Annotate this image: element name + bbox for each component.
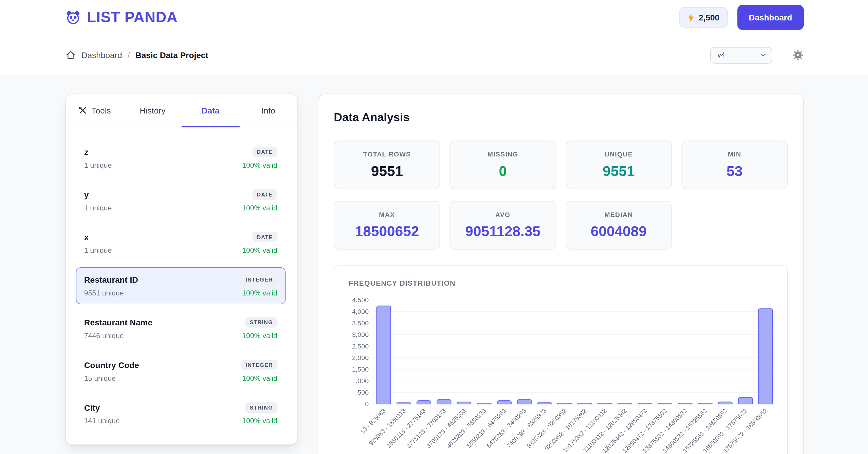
main: ToolsHistoryDataInfo zDATE1 unique100% v… <box>0 75 868 454</box>
bar <box>558 403 571 404</box>
field-item[interactable]: zDATE1 unique100% valid <box>76 139 286 176</box>
stat-card: TOTAL ROWS9551 <box>334 140 440 189</box>
bar <box>658 403 672 404</box>
bar <box>417 401 431 404</box>
tab-label: Info <box>261 106 275 115</box>
frequency-chart: 05001,0001,5002,0002,5003,0003,5004,0004… <box>349 295 777 454</box>
breadcrumb-current: Basic Data Project <box>135 51 208 60</box>
home-icon[interactable] <box>65 50 75 60</box>
tab-data[interactable]: Data <box>181 94 239 127</box>
field-unique-count: 1 unique <box>84 161 112 169</box>
tab-bar: ToolsHistoryDataInfo <box>66 94 297 127</box>
dashboard-button[interactable]: Dashboard <box>737 5 804 30</box>
stat-card: UNIQUE9551 <box>565 140 672 189</box>
stat-value: 6004089 <box>591 223 647 240</box>
stat-card: MAX18500652 <box>334 201 440 250</box>
bar <box>758 309 772 404</box>
bar <box>537 403 551 404</box>
field-unique-count: 9551 unique <box>84 289 124 297</box>
bar <box>678 403 692 404</box>
field-item[interactable]: Country CodeINTEGER15 unique100% valid <box>76 352 286 389</box>
bar <box>397 403 410 404</box>
svg-text:1,000: 1,000 <box>352 377 369 385</box>
stat-label: UNIQUE <box>604 150 632 158</box>
stat-value: 9551 <box>371 162 403 180</box>
svg-text:925083 - 1850113: 925083 - 1850113 <box>367 407 407 447</box>
field-name: City <box>84 403 100 412</box>
field-unique-count: 141 unique <box>84 417 120 425</box>
stats-grid: TOTAL ROWS9551MISSING0UNIQUE9551MIN53MAX… <box>334 140 788 250</box>
bar <box>718 402 732 404</box>
fields-panel: ToolsHistoryDataInfo zDATE1 unique100% v… <box>65 94 298 445</box>
field-name: z <box>84 147 88 157</box>
svg-text:1,500: 1,500 <box>352 366 369 373</box>
app: LIST PANDA 2,500 Dashboard Dashboard / B… <box>0 0 868 454</box>
field-type-badge: STRING <box>245 402 277 413</box>
frequency-bar-chart: 05001,0001,5002,0002,5003,0003,5004,0004… <box>349 295 776 454</box>
analysis-panel: Data Analysis TOTAL ROWS9551MISSING0UNIQ… <box>318 94 804 454</box>
tab-label: Data <box>202 106 220 115</box>
svg-text:0: 0 <box>365 400 369 408</box>
tools-icon <box>79 106 87 115</box>
field-type-badge: INTEGER <box>241 360 277 370</box>
bar <box>638 403 652 404</box>
field-name: Restaurant ID <box>84 275 138 285</box>
header-actions: 2,500 Dashboard <box>679 5 804 30</box>
stat-label: AVG <box>495 211 510 218</box>
field-valid-percent: 100% valid <box>242 161 277 169</box>
breadcrumb: Dashboard / Basic Data Project <box>65 50 208 60</box>
field-valid-percent: 100% valid <box>242 289 277 297</box>
field-type-badge: DATE <box>252 189 277 200</box>
bar <box>618 403 632 404</box>
bar <box>598 403 612 404</box>
bar <box>457 402 471 404</box>
svg-text:2,000: 2,000 <box>352 354 369 361</box>
breadcrumb-bar: Dashboard / Basic Data Project v4 <box>0 36 868 75</box>
field-item[interactable]: CitySTRING141 unique100% valid <box>76 395 286 432</box>
svg-text:3,000: 3,000 <box>352 331 369 338</box>
panda-logo-icon <box>65 10 81 25</box>
field-item[interactable]: xDATE1 unique100% valid <box>76 225 286 262</box>
field-valid-percent: 100% valid <box>242 417 277 425</box>
lightning-icon <box>687 13 694 22</box>
version-select-value: v4 <box>717 51 725 59</box>
stat-value: 18500652 <box>355 223 419 240</box>
stat-card: MIN53 <box>681 140 788 189</box>
field-item[interactable]: Restaurant NameSTRING7446 unique100% val… <box>76 310 286 347</box>
frequency-title: FREQUENCY DISTRIBUTION <box>349 279 777 287</box>
svg-text:3,500: 3,500 <box>352 320 369 327</box>
brand: LIST PANDA <box>65 9 178 26</box>
bar <box>698 403 712 404</box>
stat-value: 9551 <box>603 162 635 180</box>
field-unique-count: 7446 unique <box>84 332 124 340</box>
stat-label: MIN <box>728 150 741 158</box>
bar <box>497 401 511 404</box>
bar <box>437 399 451 404</box>
svg-text:4,500: 4,500 <box>352 296 369 304</box>
header: LIST PANDA 2,500 Dashboard <box>0 0 868 36</box>
tab-label: Tools <box>92 106 111 115</box>
stat-value: 53 <box>726 162 743 180</box>
field-unique-count: 1 unique <box>84 203 112 212</box>
bar <box>377 306 391 404</box>
brand-title: LIST PANDA <box>87 9 178 26</box>
credits-badge[interactable]: 2,500 <box>679 7 727 28</box>
breadcrumb-link-dashboard[interactable]: Dashboard <box>81 51 122 60</box>
svg-text:500: 500 <box>358 389 369 396</box>
field-item[interactable]: Restaurant IDINTEGER9551 unique100% vali… <box>76 267 286 304</box>
bar <box>578 403 591 404</box>
tab-history[interactable]: History <box>124 94 181 127</box>
version-select[interactable]: v4 <box>710 47 772 63</box>
stat-label: MAX <box>379 211 395 218</box>
field-type-badge: STRING <box>245 317 277 327</box>
field-item[interactable]: yDATE1 unique100% valid <box>76 182 286 219</box>
stat-card: MISSING0 <box>450 140 556 189</box>
field-name: y <box>84 190 89 199</box>
field-name: x <box>84 232 89 242</box>
tab-tools[interactable]: Tools <box>66 94 124 127</box>
tab-info[interactable]: Info <box>240 94 297 127</box>
settings-gear-button[interactable] <box>792 49 804 61</box>
stat-value: 0 <box>499 162 507 180</box>
field-name: Country Code <box>84 360 139 370</box>
stat-label: TOTAL ROWS <box>363 150 411 158</box>
